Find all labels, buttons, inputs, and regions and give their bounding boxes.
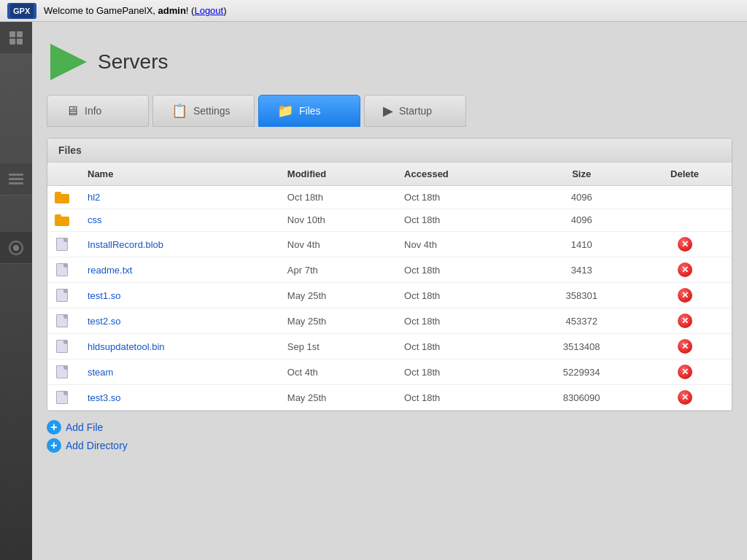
file-accessed: Oct 18th <box>397 209 525 232</box>
file-name-link[interactable]: test1.so <box>88 290 121 301</box>
table-row: steamOct 4thOct 18th5229934✕ <box>47 359 732 385</box>
sidebar <box>0 22 32 560</box>
svg-rect-7 <box>9 178 23 180</box>
file-name-link[interactable]: hl2 <box>88 192 100 203</box>
svg-rect-8 <box>9 182 23 184</box>
file-delete-cell <box>638 186 732 209</box>
file-delete-cell: ✕ <box>638 283 732 308</box>
play-icon <box>47 40 90 84</box>
file-icon-cell <box>47 209 80 232</box>
file-accessed: Oct 18th <box>397 385 525 411</box>
file-name-link[interactable]: test3.so <box>88 392 121 403</box>
file-modified: Nov 4th <box>280 232 397 257</box>
file-delete-cell: ✕ <box>638 257 732 283</box>
sidebar-icon-1[interactable] <box>0 22 32 54</box>
delete-button[interactable]: ✕ <box>678 365 692 379</box>
main-content: Servers 🖥 Info 📋 Settings 📁 Files ▶ Star… <box>32 22 747 560</box>
logo: GPX <box>7 3 36 19</box>
file-icon-cell <box>47 359 80 385</box>
file-name-cell: test3.so <box>80 385 280 411</box>
delete-button[interactable]: ✕ <box>678 237 692 252</box>
topbar: GPX Welcome to GamePanelX, admin! (Logou… <box>0 0 747 22</box>
files-table: Name Modified Accessed Size Delete hl2Oc… <box>47 163 732 411</box>
tab-startup[interactable]: ▶ Startup <box>364 95 466 127</box>
files-table-body: hl2Oct 18thOct 18th4096cssNov 10thOct 18… <box>47 186 732 411</box>
add-file-button[interactable]: + Add File <box>47 420 732 435</box>
col-name-header: Name <box>80 163 280 186</box>
file-delete-cell <box>638 209 732 232</box>
sidebar-icon-3[interactable] <box>0 232 32 264</box>
delete-button[interactable]: ✕ <box>678 390 692 405</box>
file-accessed: Oct 18th <box>397 334 525 359</box>
file-name-link[interactable]: css <box>88 214 102 225</box>
table-header-row: Name Modified Accessed Size Delete <box>47 163 732 186</box>
file-name-link[interactable]: InstallRecord.blob <box>88 239 163 250</box>
file-name-link[interactable]: steam <box>88 367 113 378</box>
tab-info[interactable]: 🖥 Info <box>47 95 149 127</box>
files-tab-icon: 📁 <box>277 103 293 119</box>
file-accessed: Oct 18th <box>397 308 525 334</box>
file-name-cell: steam <box>80 359 280 385</box>
table-row: test2.soMay 25thOct 18th453372✕ <box>47 308 732 334</box>
delete-button[interactable]: ✕ <box>678 339 692 354</box>
add-directory-label: Add Directory <box>66 440 128 451</box>
col-accessed-header: Accessed <box>397 163 525 186</box>
file-name-link[interactable]: readme.txt <box>88 265 132 276</box>
settings-tab-icon: 📋 <box>171 103 187 119</box>
file-icon-cell <box>47 257 80 283</box>
file-size: 4096 <box>525 186 638 209</box>
file-size: 8306090 <box>525 385 638 411</box>
delete-button[interactable]: ✕ <box>678 314 692 328</box>
table-row: cssNov 10thOct 18th4096 <box>47 209 732 232</box>
add-file-icon: + <box>47 420 61 435</box>
delete-button[interactable]: ✕ <box>678 262 692 277</box>
table-row: test1.soMay 25thOct 18th358301✕ <box>47 283 732 308</box>
svg-text:GPX: GPX <box>13 7 31 15</box>
startup-tab-icon: ▶ <box>383 103 393 119</box>
file-name-cell: css <box>80 209 280 232</box>
file-size: 3413 <box>525 257 638 283</box>
add-actions: + Add File + Add Directory <box>47 420 732 453</box>
file-accessed: Oct 18th <box>397 257 525 283</box>
add-directory-button[interactable]: + Add Directory <box>47 438 732 453</box>
tab-settings[interactable]: 📋 Settings <box>152 95 255 127</box>
info-tab-icon: 🖥 <box>66 104 79 119</box>
file-icon-cell <box>47 186 80 209</box>
settings-tab-label: Settings <box>193 105 231 117</box>
file-name-link[interactable]: test2.so <box>88 316 121 327</box>
folder-icon <box>55 214 69 226</box>
file-icon-cell <box>47 232 80 257</box>
table-row: test3.soMay 25thOct 18th8306090✕ <box>47 385 732 411</box>
tabs-nav: 🖥 Info 📋 Settings 📁 Files ▶ Startup <box>47 95 732 127</box>
file-size: 4096 <box>525 209 638 232</box>
file-icon <box>56 365 68 378</box>
logout-link[interactable]: Logout <box>194 5 223 16</box>
file-icon <box>56 238 68 251</box>
delete-button[interactable]: ✕ <box>678 288 692 303</box>
file-icon-cell <box>47 283 80 308</box>
file-size: 453372 <box>525 308 638 334</box>
page-title: Servers <box>98 50 168 74</box>
add-directory-icon: + <box>47 438 61 453</box>
file-size: 5229934 <box>525 359 638 385</box>
startup-tab-label: Startup <box>399 105 432 117</box>
svg-rect-5 <box>17 39 23 44</box>
file-accessed: Nov 4th <box>397 232 525 257</box>
file-delete-cell: ✕ <box>638 385 732 411</box>
file-name-link[interactable]: hldsupdatetool.bin <box>88 341 165 352</box>
file-size: 3513408 <box>525 334 638 359</box>
file-modified: Sep 1st <box>280 334 397 359</box>
file-modified: Nov 10th <box>280 209 397 232</box>
file-name-cell: hl2 <box>80 186 280 209</box>
sidebar-icon-2[interactable] <box>0 163 32 195</box>
file-modified: May 25th <box>280 385 397 411</box>
tab-files[interactable]: 📁 Files <box>258 95 360 127</box>
table-row: hldsupdatetool.binSep 1stOct 18th3513408… <box>47 334 732 359</box>
info-tab-label: Info <box>85 105 101 117</box>
welcome-text: Welcome to GamePanelX, admin! (Logout) <box>44 5 227 16</box>
file-delete-cell: ✕ <box>638 232 732 257</box>
table-row: readme.txtApr 7thOct 18th3413✕ <box>47 257 732 283</box>
file-icon <box>56 391 68 404</box>
file-name-cell: hldsupdatetool.bin <box>80 334 280 359</box>
folder-icon <box>55 192 69 203</box>
